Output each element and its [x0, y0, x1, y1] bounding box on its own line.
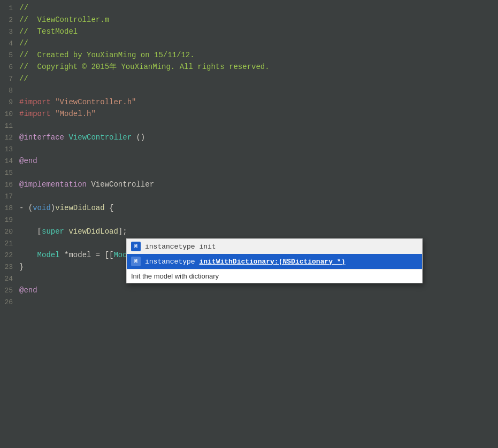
code-line-9: 9 #import "ViewController.h": [0, 96, 498, 108]
line-number-5: 5: [0, 50, 19, 61]
code-line-26: 26: [0, 296, 498, 308]
line-number-7: 7: [0, 73, 19, 85]
line-number-17: 17: [0, 191, 19, 203]
code-line-7: 7 //: [0, 73, 498, 84]
line-number-18: 18: [0, 203, 19, 214]
line-number-1: 1: [0, 3, 19, 14]
autocomplete-popup[interactable]: M instancetype init M instancetype initW…: [126, 238, 423, 283]
autocomplete-text-1: instancetype init: [145, 243, 216, 251]
line-number-11: 11: [0, 120, 19, 132]
line-number-13: 13: [0, 144, 19, 156]
tooltip-text: Init the model with dictionary: [131, 272, 219, 280]
autocomplete-text-2: instancetype initWithDictionary:(NSDicti…: [145, 258, 345, 266]
line-content-9: #import "ViewController.h": [19, 96, 136, 108]
line-number-14: 14: [0, 156, 19, 167]
code-line-2: 2 // ViewController.m: [0, 14, 498, 26]
line-number-15: 15: [0, 167, 19, 179]
code-line-17: 17: [0, 190, 498, 202]
line-content-6: // Copyright © 2015年 YouXianMing. All ri…: [19, 61, 270, 73]
code-line-8: 8: [0, 84, 498, 96]
code-line-12: 12 @interface ViewController (): [0, 132, 498, 143]
line-number-9: 9: [0, 97, 19, 109]
line-content-12: @interface ViewController (): [19, 132, 145, 143]
line-number-16: 16: [0, 179, 19, 191]
code-line-25: 25 @end: [0, 284, 498, 296]
line-content-5: // Created by YouXianMing on 15/11/12.: [19, 49, 195, 61]
code-line-4: 4 //: [0, 37, 498, 49]
line-content-15: [19, 167, 24, 179]
line-number-4: 4: [0, 38, 19, 50]
autocomplete-badge-2: M: [131, 257, 141, 266]
code-line-15: 15: [0, 167, 498, 179]
code-line-5: 5 // Created by YouXianMing on 15/11/12.: [0, 49, 498, 61]
line-content-11: [19, 120, 24, 132]
line-number-6: 6: [0, 61, 19, 73]
code-line-10: 10 #import "Model.h": [0, 108, 498, 120]
code-line-3: 3 // TestModel: [0, 26, 498, 37]
line-content-24: [19, 273, 24, 284]
line-content-2: // ViewController.m: [19, 14, 109, 26]
code-line-16: 16 @implementation ViewController: [0, 179, 498, 190]
line-number-10: 10: [0, 109, 19, 120]
line-content-4: //: [19, 37, 28, 49]
line-content-10: #import "Model.h": [19, 108, 96, 120]
code-line-18: 18 - (void)viewDidLoad {: [0, 202, 498, 214]
line-content-20: [super viewDidLoad];: [19, 226, 127, 237]
line-content-14: @end: [19, 155, 37, 167]
line-content-8: [19, 84, 24, 96]
code-line-1: 1 //: [0, 2, 498, 14]
line-number-22: 22: [0, 250, 19, 261]
line-number-25: 25: [0, 285, 19, 297]
code-line-20: 20 [super viewDidLoad];: [0, 226, 498, 237]
line-content-26: [19, 296, 24, 308]
line-content-23: }: [19, 261, 24, 273]
line-content-1: //: [19, 2, 28, 14]
line-number-21: 21: [0, 238, 19, 250]
line-number-2: 2: [0, 14, 19, 26]
autocomplete-item-2[interactable]: M instancetype initWithDictionary:(NSDic…: [127, 254, 422, 269]
line-content-3: // TestModel: [19, 26, 78, 37]
line-number-3: 3: [0, 26, 19, 38]
line-content-21: [19, 237, 24, 249]
line-number-20: 20: [0, 226, 19, 238]
code-line-11: 11: [0, 120, 498, 132]
line-number-19: 19: [0, 214, 19, 226]
line-content-16: @implementation ViewController: [19, 179, 154, 190]
code-line-19: 19: [0, 214, 498, 226]
line-number-12: 12: [0, 132, 19, 144]
code-line-6: 6 // Copyright © 2015年 YouXianMing. All …: [0, 61, 498, 73]
autocomplete-tooltip: Init the model with dictionary: [127, 269, 422, 283]
line-number-23: 23: [0, 261, 19, 273]
code-line-13: 13: [0, 143, 498, 155]
line-content-19: [19, 214, 24, 226]
line-content-7: //: [19, 73, 28, 84]
line-content-17: [19, 190, 24, 202]
autocomplete-badge-1: M: [131, 242, 141, 251]
line-number-24: 24: [0, 273, 19, 285]
line-number-26: 26: [0, 297, 19, 308]
line-content-25: @end: [19, 284, 37, 296]
line-content-18: - (void)viewDidLoad {: [19, 202, 113, 214]
line-number-8: 8: [0, 85, 19, 97]
code-editor: 1 // 2 // ViewController.m 3 // TestMode…: [0, 0, 498, 448]
line-content-13: [19, 143, 24, 155]
code-line-14: 14 @end: [0, 155, 498, 167]
autocomplete-item-1[interactable]: M instancetype init: [127, 239, 422, 254]
